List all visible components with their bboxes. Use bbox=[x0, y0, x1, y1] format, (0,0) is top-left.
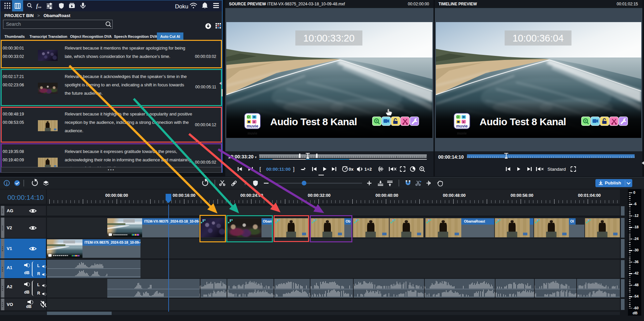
svg-text:fₓₒ: fₓₒ bbox=[36, 3, 42, 9]
svg-text:1+2: 1+2 bbox=[364, 167, 372, 172]
svg-text:muvie: muvie bbox=[456, 124, 468, 129]
svg-text:10:00:36:04: 10:00:36:04 bbox=[513, 33, 564, 44]
svg-text:muvie: muvie bbox=[457, 132, 467, 135]
svg-text:Audio Test 8 Kanal: Audio Test 8 Kanal bbox=[270, 116, 357, 127]
svg-text:Doku: Doku bbox=[175, 3, 188, 10]
svg-text:[: [ bbox=[259, 166, 261, 172]
svg-text:10:00:33:20: 10:00:33:20 bbox=[303, 33, 354, 44]
svg-text:9: 9 bbox=[204, 182, 206, 185]
svg-text:]: ] bbox=[293, 166, 294, 172]
svg-text:00:00:11:00: 00:00:11:00 bbox=[266, 167, 291, 172]
svg-text:muvie: muvie bbox=[247, 124, 258, 129]
svg-text:0x: 0x bbox=[349, 167, 354, 172]
svg-text:Audio Test 8 Kanal: Audio Test 8 Kanal bbox=[480, 116, 566, 127]
svg-text:Standard: Standard bbox=[547, 167, 566, 172]
svg-text:muvie: muvie bbox=[248, 132, 257, 135]
